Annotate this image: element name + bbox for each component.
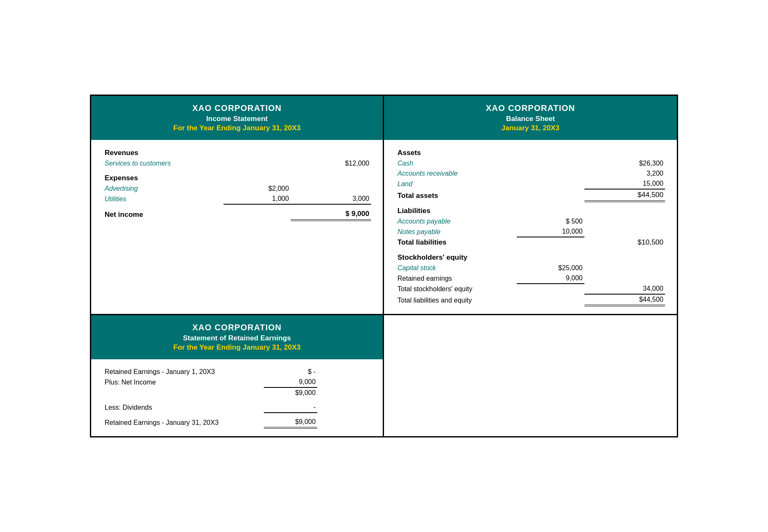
re-end-row: Retained Earnings - January 31, 20X3 $9,… <box>103 417 371 428</box>
land-col1 <box>517 179 584 189</box>
total-se-amount: 34,000 <box>584 284 665 294</box>
total-le-row: Total liabilities and equity $44,500 <box>396 294 665 306</box>
capital-row: Capital stock $25,000 <box>396 263 665 273</box>
re-table: Retained Earnings - January 1, 20X3 $ - … <box>103 367 371 429</box>
subtotal-row: $9,000 <box>103 387 371 398</box>
re-row: Retained earnings 9,000 <box>396 273 665 284</box>
plus-amount: 9,000 <box>264 377 318 387</box>
cash-row: Cash $26,300 <box>396 158 665 169</box>
spacer-bs-2 <box>396 248 665 252</box>
ap-col2 <box>584 216 665 226</box>
total-assets-row: Total assets $44,500 <box>396 189 665 201</box>
re-corp-name: XAO CORPORATION <box>100 323 374 332</box>
net-income-col1 <box>224 208 291 220</box>
net-income-amount: $ 9,000 <box>291 208 371 220</box>
net-income-label: Net income <box>103 208 224 220</box>
advertising-col2 <box>291 184 371 194</box>
capital-amount: $25,000 <box>517 263 584 273</box>
income-stmt-body: Revenues Services to customers $12,000 E… <box>91 140 383 229</box>
land-row: Land 15,000 <box>396 179 665 189</box>
total-liab-row: Total liabilities $10,500 <box>396 237 665 248</box>
cash-amount: $26,300 <box>584 158 665 169</box>
capital-label: Capital stock <box>396 263 517 273</box>
advertising-row: Advertising $2,000 <box>103 184 371 194</box>
re-stmt-date: For the Year Ending January 31, 20X3 <box>100 343 374 352</box>
ar-col1 <box>517 169 584 179</box>
se-label: Stockholders' equity <box>396 252 665 263</box>
total-le-amount: $44,500 <box>584 294 665 306</box>
net-income-row: Net income $ 9,000 <box>103 208 371 220</box>
re-body: Retained Earnings - January 1, 20X3 $ - … <box>91 359 383 436</box>
total-liab-col1 <box>517 237 584 248</box>
re-start-amount: $ - <box>264 367 318 377</box>
income-statement-panel: XAO CORPORATION Income Statement For the… <box>91 96 384 315</box>
total-assets-amount: $44,500 <box>584 189 665 201</box>
ap-label: Accounts payable <box>396 216 517 226</box>
liabilities-header-row: Liabilities <box>396 205 665 216</box>
total-assets-label: Total assets <box>396 189 517 201</box>
spacer-bs-1 <box>396 201 665 205</box>
ap-amount: $ 500 <box>517 216 584 226</box>
less-label: Less: Dividends <box>103 402 264 413</box>
revenues-label: Revenues <box>103 147 371 158</box>
re-start-row: Retained Earnings - January 1, 20X3 $ - <box>103 367 371 377</box>
balance-sheet-body: Assets Cash $26,300 Accounts receivable … <box>384 140 677 314</box>
ap-row: Accounts payable $ 500 <box>396 216 665 226</box>
plus-label: Plus: Net Income <box>103 377 264 387</box>
bottom-right-spacer <box>384 315 677 436</box>
liabilities-label: Liabilities <box>396 205 665 216</box>
advertising-label: Advertising <box>103 184 224 194</box>
services-row: Services to customers $12,000 <box>103 158 371 169</box>
total-assets-col1 <box>517 189 584 201</box>
np-label: Notes payable <box>396 226 517 237</box>
total-se-label: Total stockholders' equity <box>396 284 517 294</box>
bs-stmt-date: January 31, 20X3 <box>392 124 668 132</box>
bs-corp-name: XAO CORPORATION <box>392 103 668 113</box>
utilities-col1: 1,000 <box>224 194 291 204</box>
balance-table: Assets Cash $26,300 Accounts receivable … <box>396 147 665 306</box>
expenses-label: Expenses <box>103 173 371 184</box>
retained-earnings-panel: XAO CORPORATION Statement of Retained Ea… <box>91 315 384 436</box>
income-corp-name: XAO CORPORATION <box>100 103 374 113</box>
cash-col1 <box>517 158 584 169</box>
spacer-re-2 <box>103 413 371 417</box>
np-row: Notes payable 10,000 <box>396 226 665 237</box>
subtotal: $9,000 <box>264 387 318 398</box>
income-stmt-header: XAO CORPORATION Income Statement For the… <box>91 96 383 140</box>
plus-row: Plus: Net Income 9,000 <box>103 377 371 387</box>
re-label: Retained earnings <box>396 273 517 284</box>
utilities-row: Utilities 1,000 3,000 <box>103 194 371 204</box>
re-end-amount: $9,000 <box>264 417 318 428</box>
assets-label: Assets <box>396 147 665 158</box>
advertising-col1: $2,000 <box>224 184 291 194</box>
land-amount: 15,000 <box>584 179 665 189</box>
total-se-col1 <box>517 284 584 294</box>
less-row: Less: Dividends - <box>103 402 371 413</box>
ar-row: Accounts receivable 3,200 <box>396 169 665 179</box>
services-col1 <box>224 158 291 169</box>
cash-label: Cash <box>396 158 517 169</box>
se-header-row: Stockholders' equity <box>396 252 665 263</box>
revenues-header-row: Revenues <box>103 147 371 158</box>
utilities-label: Utilities <box>103 194 224 204</box>
income-table: Revenues Services to customers $12,000 E… <box>103 147 371 221</box>
ar-label: Accounts receivable <box>396 169 517 179</box>
bs-stmt-title: Balance Sheet <box>392 115 668 123</box>
total-le-label: Total liabilities and equity <box>396 294 517 306</box>
np-col2 <box>584 226 665 237</box>
np-amount: 10,000 <box>517 226 584 237</box>
balance-sheet-panel: XAO CORPORATION Balance Sheet January 31… <box>384 96 677 315</box>
re-col2 <box>584 273 665 284</box>
ar-amount: 3,200 <box>584 169 665 179</box>
spacer-row-1 <box>103 169 371 173</box>
total-se-row: Total stockholders' equity 34,000 <box>396 284 665 294</box>
balance-sheet-header: XAO CORPORATION Balance Sheet January 31… <box>384 96 677 140</box>
less-amount: - <box>264 402 318 413</box>
expenses-header-row: Expenses <box>103 173 371 184</box>
land-label: Land <box>396 179 517 189</box>
spacer-row-2 <box>103 204 371 208</box>
total-liab-amount: $10,500 <box>584 237 665 248</box>
assets-header-row: Assets <box>396 147 665 158</box>
spacer-re-1 <box>103 398 371 402</box>
total-liab-label: Total liabilities <box>396 237 517 248</box>
